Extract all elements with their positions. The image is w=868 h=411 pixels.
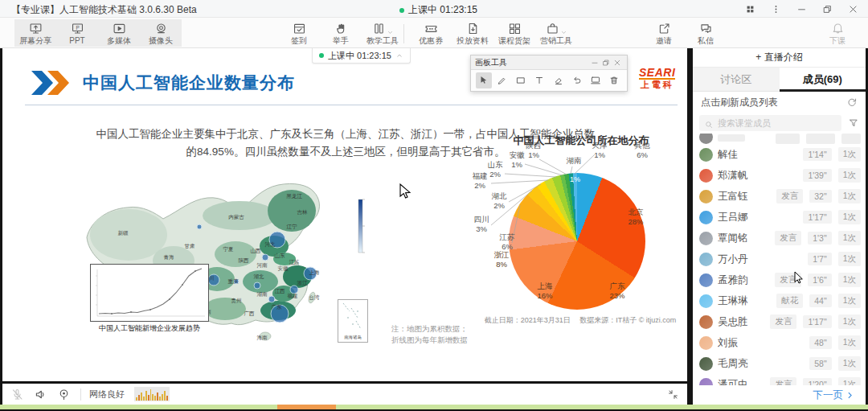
media-icon [113,22,126,35]
end-class-button[interactable]: 下课 [817,19,858,47]
panel-close-icon[interactable] [612,57,623,68]
member-row[interactable]: 王富钰 发言32"1次 [699,186,861,207]
toolbar-button-ppt[interactable]: PPPT [56,19,98,47]
toolbar-button-coupon[interactable]: 优惠券 [410,19,452,47]
member-row[interactable]: 刘振 48"1次 [699,332,861,353]
refresh-members-row[interactable]: 点击刷新成员列表 [693,92,866,113]
member-row[interactable]: 覃闻铭 发言1'3"1次 [699,228,861,249]
toolbar-button-camera[interactable]: 摄像头 [140,19,182,47]
member-badge: 44" [809,294,831,307]
minimize-icon[interactable] [791,1,812,17]
whiteboard-panel[interactable]: 画板工具 [470,55,628,92]
next-page-label: 下一页 [813,388,844,402]
member-row[interactable]: 万小丹 1'7"1次 [699,249,861,269]
whiteboard-tool-pen-icon[interactable] [494,72,510,88]
class-timer-pill[interactable]: 上课中 01:23:15 [312,48,411,64]
layout-grid-icon[interactable] [739,1,760,17]
invite-icon [657,22,671,35]
tab-discussion[interactable]: 讨论区 [693,68,780,91]
member-badge: 1次 [838,210,861,224]
member-badge: 发言 [775,231,801,245]
toolbar-button-checkin[interactable]: 签到 [278,19,320,47]
member-search-box[interactable] [699,115,841,131]
close-icon[interactable] [842,1,863,17]
province-label-辽宁: 辽宁 [287,224,298,229]
toolbar-button-message[interactable]: 私信 [685,19,727,47]
member-row[interactable]: 王琳琳 献花44"1次 [699,290,861,311]
toolbar-button-invite[interactable]: 邀请 [643,19,685,47]
member-row[interactable]: 吴忠胜 发言1'17"1次 [699,311,861,332]
map-note-line1: 注：地图为累积数据； [391,323,468,335]
marketing-icon [546,22,559,35]
toolbar-button-teaching-tools[interactable]: 教学工具 [362,19,403,47]
logo-line1: SEARI [639,68,675,80]
next-page-button[interactable]: 下一页 [693,385,866,405]
tab-members[interactable]: 成员(69) [780,68,866,91]
network-status-icon[interactable] [57,388,71,401]
title-rule [25,105,678,105]
pie-label-9: 山东2% [481,160,509,179]
province-label-海南: 海南 [257,335,268,341]
member-row[interactable]: 毛周亮 58"1次 [699,353,861,374]
whiteboard-tool-text-icon[interactable] [531,72,547,88]
province-label-江苏: 江苏 [289,259,301,265]
avatar [699,134,713,144]
pie-label-7: 湖北2% [485,191,513,210]
map-note-line2: 折线图为每年新增数据 [391,335,468,346]
toolbar-button-screen-share[interactable]: 屏幕分享 [14,19,56,47]
filter-icon[interactable] [848,117,859,129]
member-row[interactable]: 王吕娜 1'17"1次 [699,207,861,228]
microphone-muted-icon[interactable] [10,388,24,401]
avatar [699,336,713,350]
member-badge: 1次 [838,231,861,245]
member-search-row [693,113,866,134]
whiteboard-tool-rect-icon[interactable] [513,72,529,88]
member-badge: 32" [809,190,831,203]
whiteboard-tool-eraser-icon[interactable] [551,72,567,88]
toolbar-button-materials[interactable]: 投放资料 [452,19,493,47]
pie-chart-footnote: 截止日期：2021年3月31日 数据来源：IT桔子 © itjuzi.com [477,315,684,326]
live-intro-button[interactable]: + 直播介绍 [693,48,866,68]
whiteboard-tool-cursor-icon[interactable] [476,72,492,88]
teaching-tools-icon [372,22,386,35]
toolbar-group-media: 屏幕分享PPPT多媒体摄像头 [14,19,182,47]
chevron-up-icon[interactable] [395,51,403,60]
member-row[interactable]: 郑潇帆 1'39"1次 [699,165,861,186]
toolbar-button-marketing[interactable]: 营销工具 [535,19,577,47]
pie-label-6: 四川3% [468,215,495,233]
member-row[interactable]: 潘可中 发言1'20"1次 [699,374,861,385]
toolbar-button-media[interactable]: 多媒体 [98,19,140,47]
avatar [699,211,713,224]
audio-waveform [134,387,170,401]
whiteboard-tool-board-icon[interactable] [588,72,604,88]
more-menu-icon[interactable] [765,1,786,17]
member-row[interactable]: 孟雅韵 发言1'6"1次 [699,269,861,290]
panel-restore-icon[interactable] [600,57,612,68]
collapse-panel-icon[interactable] [667,388,679,401]
province-label-山东: 山东 [275,253,286,258]
member-row-clipped[interactable] [699,134,861,144]
member-name: 王富钰 [718,190,772,203]
member-name: 万小丹 [718,253,803,266]
whiteboard-tool-trash-icon[interactable] [606,72,622,88]
member-badge: 献花 [776,294,803,308]
whiteboard-tool-undo-icon[interactable] [569,72,585,88]
toolbar-button-shelf[interactable]: 课程货架 [493,19,535,47]
toolbar-button-label: 举手 [333,36,349,45]
toolbar-button-raise-hand[interactable]: 举手 [320,19,362,47]
member-search-input[interactable] [718,118,837,128]
refresh-icon[interactable] [846,97,858,108]
speaker-icon[interactable] [34,388,47,401]
toolbar-button-label: 教学工具 [366,36,399,45]
province-label-宁夏: 宁夏 [223,246,234,253]
map-note: 注：地图为累积数据； 折线图为每年新增数据 [391,323,468,346]
whiteboard-panel-titlebar[interactable]: 画板工具 [471,55,627,70]
svg-text:P: P [76,24,79,30]
panel-minimize-icon[interactable] [589,57,600,68]
member-row[interactable]: 解佳 1'14"1次 [699,144,861,165]
double-chevron-icon [31,71,73,95]
province-label-上海: 上海 [309,269,321,276]
avatar [699,148,713,162]
chevron-down-icon [387,25,394,32]
restore-icon[interactable] [817,1,837,17]
